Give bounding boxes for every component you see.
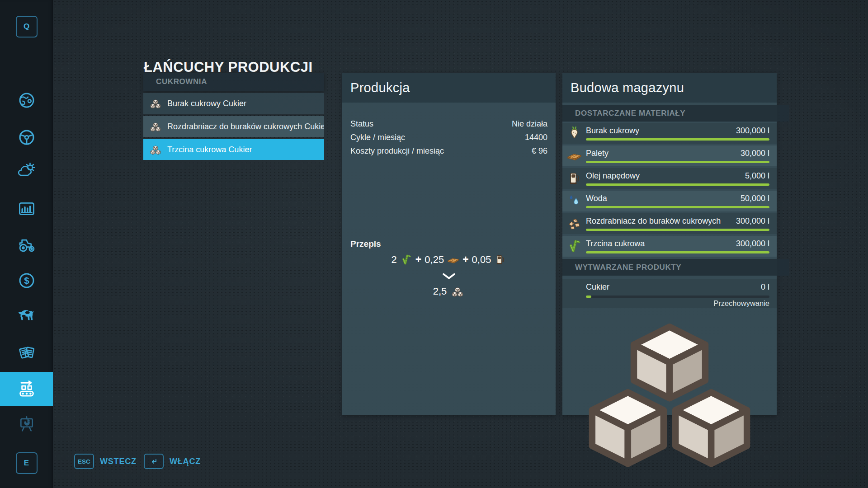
sidebar-item-weather[interactable] bbox=[0, 159, 53, 182]
steering-wheel-icon bbox=[16, 127, 37, 148]
recipe-output-amount: 2,5 bbox=[433, 286, 447, 297]
info-value: 14400 bbox=[525, 133, 547, 142]
sidebar-item-vehicles[interactable] bbox=[0, 126, 53, 149]
materials-header: DOSTARCZANE MATERIAŁY bbox=[562, 105, 789, 122]
sidebar-item-map[interactable] bbox=[0, 89, 53, 112]
material-row: Palety30,000 l bbox=[562, 145, 777, 166]
documents-icon bbox=[16, 343, 37, 363]
sidebar-item-presentation[interactable] bbox=[0, 413, 53, 436]
cow-icon bbox=[16, 306, 37, 327]
material-name: Palety bbox=[586, 149, 609, 158]
product-fill-bar bbox=[586, 296, 769, 298]
production-list-items: Burak cukrowy CukierRozdrabniacz do bura… bbox=[143, 93, 324, 160]
material-fill-bar bbox=[586, 229, 769, 231]
material-fill-bar bbox=[586, 251, 769, 253]
recipe-plus: + bbox=[415, 253, 421, 266]
key-hint-e: E bbox=[16, 452, 38, 474]
material-capacity: 50,000 l bbox=[741, 194, 769, 203]
sidebar-item-contracts[interactable] bbox=[0, 341, 53, 365]
recipe-output: 2,5 bbox=[342, 284, 556, 299]
material-row: Trzcina cukrowa300,000 l bbox=[562, 236, 777, 257]
material-capacity: 30,000 l bbox=[741, 149, 769, 158]
material-capacity: 300,000 l bbox=[736, 239, 769, 249]
water-drops-icon bbox=[567, 193, 582, 208]
back-button-label: WSTECZ bbox=[100, 457, 137, 466]
info-value: € 96 bbox=[532, 146, 547, 156]
diesel-pump-icon bbox=[494, 253, 506, 266]
material-capacity: 5,000 l bbox=[745, 171, 769, 181]
production-list-item-label: Trzcina cukrowa Cukier bbox=[167, 145, 252, 155]
material-fill-bar bbox=[586, 183, 769, 186]
info-value: Nie działa bbox=[512, 119, 547, 129]
storage-panel-title: Budowa magazynu bbox=[562, 80, 684, 95]
material-capacity: 300,000 l bbox=[736, 216, 769, 226]
key-hint-e-label: E bbox=[24, 459, 29, 468]
sugar-icon bbox=[450, 284, 465, 299]
pallet-icon bbox=[447, 253, 459, 266]
pallet-icon bbox=[567, 148, 582, 163]
back-button[interactable]: ESC WSTECZ bbox=[74, 454, 137, 469]
activate-button[interactable]: WŁĄCZ bbox=[144, 454, 201, 469]
production-list-item[interactable]: Trzcina cukrowa Cukier bbox=[143, 139, 324, 160]
production-list-item[interactable]: Rozdrabniacz do buraków cukrowych Cukier bbox=[143, 116, 324, 137]
sidebar-item-finances[interactable]: $ bbox=[0, 269, 53, 292]
material-fill-bar bbox=[586, 161, 769, 163]
sugarcane-icon bbox=[567, 239, 582, 253]
sidebar-item-statistics[interactable] bbox=[0, 197, 53, 221]
recipe-heading: Przepis bbox=[350, 239, 381, 249]
material-fill-bar bbox=[586, 206, 769, 208]
product-amount: 0 l bbox=[761, 282, 769, 292]
material-name: Rozdrabniacz do buraków cukrowych bbox=[586, 216, 721, 226]
dollar-coin-icon: $ bbox=[16, 270, 37, 291]
product-note: Przechowywanie bbox=[713, 299, 769, 308]
presentation-board-icon bbox=[16, 414, 37, 435]
production-list-panel: CUKROWNIA Burak cukrowy CukierRozdrabnia… bbox=[143, 73, 324, 160]
production-list-item-label: Burak cukrowy Cukier bbox=[167, 99, 246, 108]
sugar-icon bbox=[149, 120, 162, 133]
recipe-plus: + bbox=[462, 253, 468, 266]
material-fill-bar bbox=[586, 138, 769, 141]
globe-icon bbox=[16, 90, 37, 111]
material-capacity: 300,000 l bbox=[736, 126, 769, 136]
production-info-row: StatusNie działa bbox=[342, 117, 556, 131]
production-panel-title: Produkcja bbox=[342, 80, 410, 95]
materials-list: Burak cukrowy300,000 lPalety30,000 lOlej… bbox=[562, 123, 777, 258]
recipe-amount: 0,25 bbox=[425, 254, 444, 266]
production-panel-header: Produkcja bbox=[342, 73, 556, 103]
facility-header: CUKROWNIA bbox=[143, 73, 324, 91]
sidebar-item-production-chains[interactable] bbox=[0, 372, 53, 406]
recipe-amount: 0,05 bbox=[472, 254, 491, 266]
sidebar: Q $ E bbox=[0, 0, 53, 488]
sugar-icon bbox=[149, 97, 162, 110]
sidebar-item-garage[interactable] bbox=[0, 233, 53, 256]
sugar-icon bbox=[562, 279, 777, 488]
production-list-item[interactable]: Burak cukrowy Cukier bbox=[143, 93, 324, 114]
production-info-rows: StatusNie działaCykle / miesiąc14400Kosz… bbox=[342, 117, 556, 158]
weather-icon bbox=[16, 160, 37, 181]
sidebar-item-animals[interactable] bbox=[0, 305, 53, 328]
material-name: Burak cukrowy bbox=[586, 126, 639, 136]
chevron-down-icon bbox=[342, 273, 556, 280]
esc-key: ESC bbox=[74, 454, 94, 469]
info-label: Status bbox=[350, 119, 373, 129]
storage-panel-header: Budowa magazynu bbox=[562, 73, 777, 103]
tractor-icon bbox=[16, 234, 37, 255]
production-info-row: Cykle / miesiąc14400 bbox=[342, 131, 556, 144]
return-key-icon bbox=[144, 454, 164, 469]
products-header: WYTWARZANE PRODUKTY bbox=[562, 259, 789, 276]
production-chains-screen: Q $ E ŁAŃCUCHY PRODUKCJI CUKROWNIA Burak… bbox=[0, 0, 868, 488]
sugarcane-icon bbox=[400, 253, 412, 266]
conveyor-icon bbox=[16, 379, 37, 399]
material-name: Olej napędowy bbox=[586, 171, 640, 181]
sugar-beet-icon bbox=[567, 126, 582, 141]
products-list: Cukier0 lPrzechowywanie bbox=[562, 277, 777, 308]
product-row: Cukier0 lPrzechowywanie bbox=[562, 279, 777, 308]
material-name: Trzcina cukrowa bbox=[586, 239, 645, 249]
key-hint-q-label: Q bbox=[24, 22, 29, 31]
info-label: Koszty produkcji / miesiąc bbox=[350, 146, 444, 156]
beet-pieces-icon bbox=[567, 216, 582, 231]
material-row: Olej napędowy5,000 l bbox=[562, 168, 777, 189]
material-row: Woda50,000 l bbox=[562, 191, 777, 211]
material-row: Burak cukrowy300,000 l bbox=[562, 123, 777, 144]
statistics-icon bbox=[16, 198, 37, 219]
